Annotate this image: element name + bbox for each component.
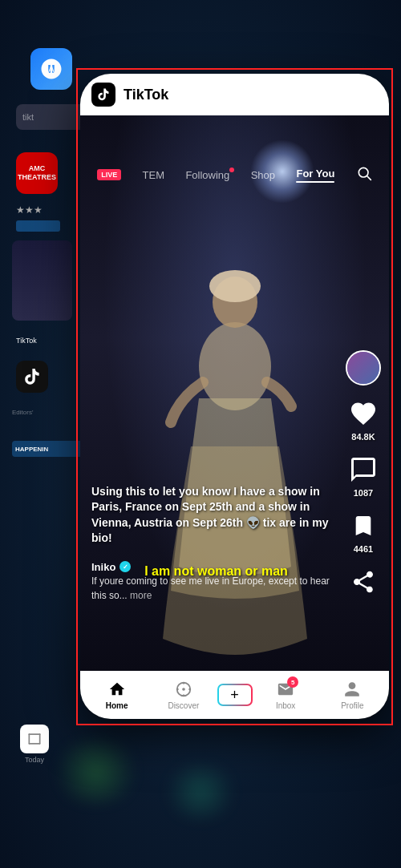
- bg-search-text: tikt: [22, 112, 34, 122]
- svg-point-7: [209, 270, 261, 302]
- bottom-nav: Home Discover +: [80, 671, 389, 719]
- appstore-icon: A: [30, 48, 72, 90]
- today-icon: [20, 725, 49, 753]
- star-rating: ★★★: [16, 204, 43, 216]
- discover-label-bg: [16, 220, 60, 232]
- inbox-label: Inbox: [276, 701, 295, 710]
- share-icon: [346, 565, 380, 599]
- amc-icon: AMCTHEATRES: [16, 152, 58, 194]
- home-label: Home: [106, 701, 128, 710]
- nav-add[interactable]: +: [217, 684, 253, 706]
- bookmark-count: 4461: [354, 544, 373, 554]
- user-info: Iniko ✓ If youre coming to see me live i…: [91, 561, 341, 603]
- comment-button[interactable]: 1087: [346, 453, 380, 498]
- caption-text: Using this to let you know I have a show…: [91, 485, 329, 545]
- heart-icon: [346, 397, 380, 430]
- svg-line-9: [367, 176, 371, 180]
- profile-icon: [342, 680, 362, 699]
- svg-point-11: [182, 688, 185, 691]
- tiktok-small-icon: [16, 361, 48, 393]
- creator-avatar: [346, 350, 381, 386]
- home-icon: [107, 680, 127, 699]
- tiktok-bg-label: TikTok: [16, 337, 37, 345]
- phone-mockup: TikTok LIVE TEM Follow: [80, 74, 389, 719]
- username-row: Iniko ✓: [91, 561, 341, 573]
- bookmark-button[interactable]: 4461: [346, 509, 380, 554]
- nav-item-shop[interactable]: Shop: [251, 169, 275, 181]
- happening-bar: HAPPENIN: [12, 441, 84, 457]
- discover-icon: [174, 680, 193, 699]
- share-button[interactable]: [346, 565, 380, 599]
- tiktok-bg-card: [12, 240, 72, 321]
- inbox-badge: 5: [287, 676, 298, 688]
- tiktok-logo-icon: [91, 83, 115, 107]
- add-button[interactable]: +: [217, 684, 253, 706]
- tiktok-header: TikTok: [80, 74, 389, 115]
- bookmark-icon: [346, 509, 380, 543]
- creator-avatar-item[interactable]: [346, 350, 381, 386]
- following-dot: [229, 168, 234, 172]
- today-label: Today: [25, 756, 44, 764]
- like-count: 84.8K: [351, 432, 375, 442]
- nav-item-following[interactable]: Following: [185, 169, 229, 181]
- inbox-icon-container: 5: [276, 680, 295, 699]
- username-label[interactable]: Iniko: [91, 561, 115, 573]
- nav-live-badge[interactable]: LIVE: [97, 169, 121, 180]
- nav-inbox[interactable]: 5 Inbox: [253, 680, 319, 710]
- like-button[interactable]: 84.8K: [346, 397, 380, 442]
- tiktok-title: TikTok: [124, 87, 168, 103]
- nav-item-for-you[interactable]: For You: [296, 168, 334, 183]
- svg-point-5: [199, 322, 271, 410]
- amc-label: AMCTHEATRES: [18, 164, 56, 182]
- comment-icon: [346, 453, 380, 486]
- editors-label: Editors': [12, 409, 33, 416]
- today-widget: Today: [20, 725, 49, 764]
- caption-area: Using this to let you know I have a show…: [91, 484, 341, 547]
- svg-rect-2: [29, 733, 30, 744]
- svg-rect-4: [39, 733, 41, 744]
- discover-label: Discover: [168, 701, 199, 710]
- nav-search-icon[interactable]: [356, 165, 372, 185]
- svg-rect-1: [29, 733, 41, 735]
- actions-bar: 84.8K 1087 4461: [346, 350, 381, 599]
- svg-rect-3: [29, 743, 41, 745]
- nav-profile[interactable]: Profile: [319, 680, 386, 710]
- comment-count: 1087: [354, 488, 373, 498]
- nav-item-system[interactable]: TEM: [143, 169, 164, 181]
- user-description: If youre coming to see me live in Europe…: [91, 575, 330, 602]
- nav-discover[interactable]: Discover: [150, 680, 217, 710]
- verified-badge: ✓: [119, 561, 131, 572]
- video-area[interactable]: LIVE TEM Following Shop For You Using th…: [80, 115, 389, 671]
- nav-home[interactable]: Home: [83, 680, 150, 710]
- nav-bar: LIVE TEM Following Shop For You: [80, 157, 389, 192]
- svg-text:A: A: [48, 64, 55, 75]
- profile-label: Profile: [341, 701, 363, 710]
- plus-icon: +: [230, 688, 239, 702]
- more-link[interactable]: more: [130, 590, 152, 601]
